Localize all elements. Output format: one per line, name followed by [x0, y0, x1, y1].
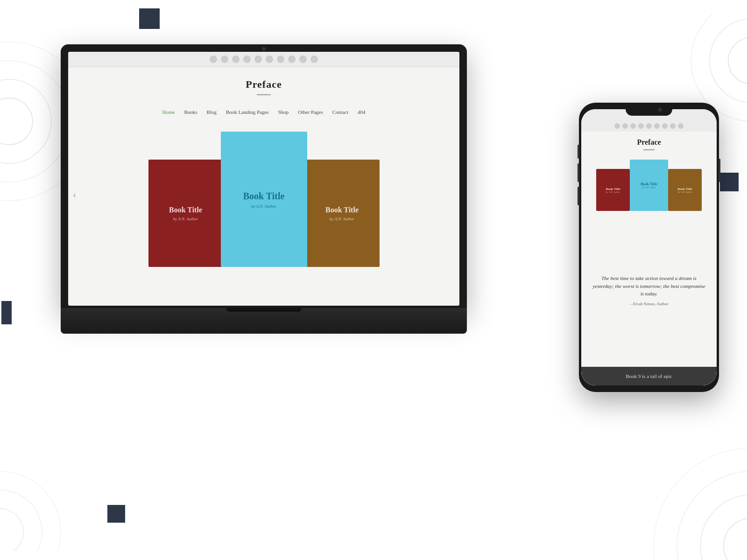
- book-title-left: Book Title: [164, 205, 207, 215]
- phone-body: Preface Book Title by A.N. Author Book T…: [579, 103, 719, 392]
- phone-notch: [626, 105, 672, 116]
- svg-point-0: [0, 98, 33, 145]
- phone-header: Preface: [581, 132, 717, 157]
- phone-book-title-left: Book Title: [604, 187, 621, 191]
- book-author-right: by A.N. Author: [330, 217, 355, 221]
- laptop-body: Preface Home Books Blog Book Landing Pag…: [61, 44, 467, 310]
- book-author-center: by A.N. Author: [251, 204, 276, 209]
- phone-volume-down-button: [578, 187, 579, 205]
- svg-point-7: [728, 37, 747, 84]
- book-title-center: Book Title: [239, 190, 289, 202]
- carousel-prev-button[interactable]: ‹: [73, 189, 76, 201]
- phone-topbar-icon-8: [670, 123, 676, 129]
- laptop: Preface Home Books Blog Book Landing Pag…: [61, 44, 467, 334]
- phone-topbar-icon-2: [622, 123, 628, 129]
- phone-divider: [643, 149, 655, 150]
- laptop-screen: Preface Home Books Blog Book Landing Pag…: [68, 52, 459, 306]
- phone-quote-text: The best time to take action toward a dr…: [591, 274, 707, 298]
- topbar-icon-4: [243, 56, 251, 63]
- nav-item-contact[interactable]: Contact: [332, 109, 348, 115]
- nav-item-books[interactable]: Books: [184, 109, 197, 115]
- phone-topbar-icon-6: [654, 123, 660, 129]
- topbar-icon-5: [254, 56, 262, 63]
- laptop-hinge: [226, 308, 301, 312]
- svg-point-6: [0, 471, 61, 551]
- laptop-camera: [262, 47, 266, 51]
- phone-volume-up-button: [578, 163, 579, 182]
- phone-book-left: Book Title by A.N. Author: [596, 169, 630, 211]
- decor-circles-bottom-right: [635, 429, 747, 560]
- book-cover-right[interactable]: Book Title by A.N. Author: [305, 160, 380, 267]
- books-carousel: ‹ Book Title by A.N. Author Book Title b…: [68, 122, 459, 267]
- phone-topbar-icon-9: [678, 123, 684, 129]
- nav-item-home[interactable]: Home: [162, 109, 175, 115]
- nav-item-404[interactable]: 404: [358, 109, 366, 115]
- phone-footer-text: Book 9 is a tail of epic: [589, 373, 709, 379]
- phone-screen: Preface Book Title by A.N. Author Book T…: [581, 109, 717, 385]
- phone-book-author-right: by A.N. Author: [678, 191, 692, 193]
- book-title-right: Book Title: [321, 205, 363, 215]
- site-title: Preface: [68, 78, 459, 91]
- phone-topbar-icon-1: [614, 123, 620, 129]
- phone-book-author-center: by A.N. Author: [642, 186, 656, 189]
- nav-item-other[interactable]: Other Pages: [298, 109, 323, 115]
- topbar-icon-2: [221, 56, 228, 63]
- topbar-icon-9: [299, 56, 307, 63]
- phone-book-author-left: by A.N. Author: [606, 191, 620, 193]
- svg-point-12: [677, 471, 747, 560]
- phone-topbar-icon-5: [646, 123, 652, 129]
- site-topbar: [68, 52, 459, 67]
- book-cover-left[interactable]: Book Title by A.N. Author: [148, 160, 223, 267]
- nav-item-landing[interactable]: Book Landing Pages: [226, 109, 269, 115]
- phone-topbar-icon-3: [630, 123, 636, 129]
- phone-site-title: Preface: [581, 138, 717, 147]
- decor-circles-bottom-left: [0, 457, 75, 551]
- topbar-icon-10: [310, 56, 318, 63]
- book-cover-center[interactable]: Book Title by A.N. Author: [221, 132, 307, 267]
- site-nav[interactable]: Home Books Blog Book Landing Pages Shop …: [68, 105, 459, 122]
- book-author-left: by A.N. Author: [173, 217, 198, 221]
- topbar-icon-1: [210, 56, 217, 63]
- phone-mute-button: [578, 145, 579, 159]
- svg-point-2: [0, 61, 70, 182]
- phone-book-title-right: Book Title: [676, 187, 693, 191]
- topbar-icon-3: [232, 56, 240, 63]
- phone: Preface Book Title by A.N. Author Book T…: [579, 103, 719, 392]
- phone-footer: Book 9 is a tail of epic: [581, 367, 717, 385]
- nav-item-shop[interactable]: Shop: [278, 109, 289, 115]
- topbar-icon-6: [266, 56, 273, 63]
- phone-power-button: [719, 159, 720, 182]
- phone-quote-area: The best time to take action toward a dr…: [581, 214, 717, 367]
- phone-book-center: Book Title by A.N. Author: [630, 160, 668, 211]
- phone-website: Preface Book Title by A.N. Author Book T…: [581, 109, 717, 385]
- phone-camera: [658, 108, 662, 112]
- site-header: Preface: [68, 67, 459, 105]
- laptop-website: Preface Home Books Blog Book Landing Pag…: [68, 52, 459, 306]
- svg-point-10: [724, 518, 747, 560]
- nav-item-blog[interactable]: Blog: [207, 109, 217, 115]
- site-divider: [257, 94, 271, 95]
- svg-point-1: [0, 79, 51, 163]
- svg-point-4: [0, 509, 23, 551]
- decor-square-2: [1, 301, 12, 324]
- phone-topbar-icon-7: [662, 123, 668, 129]
- decor-square-1: [139, 8, 160, 29]
- phone-books-carousel: Book Title by A.N. Author Book Title by …: [581, 157, 717, 214]
- phone-book-title-center: Book Title: [639, 182, 659, 186]
- phone-quote-attribution: – Alvah Simon, Author: [591, 301, 707, 306]
- laptop-base: [61, 308, 467, 334]
- topbar-icon-8: [288, 56, 296, 63]
- phone-topbar-icon-4: [638, 123, 644, 129]
- phone-book-right: Book Title by A.N. Author: [668, 169, 702, 211]
- topbar-icon-7: [277, 56, 284, 63]
- decor-square-3: [107, 505, 125, 523]
